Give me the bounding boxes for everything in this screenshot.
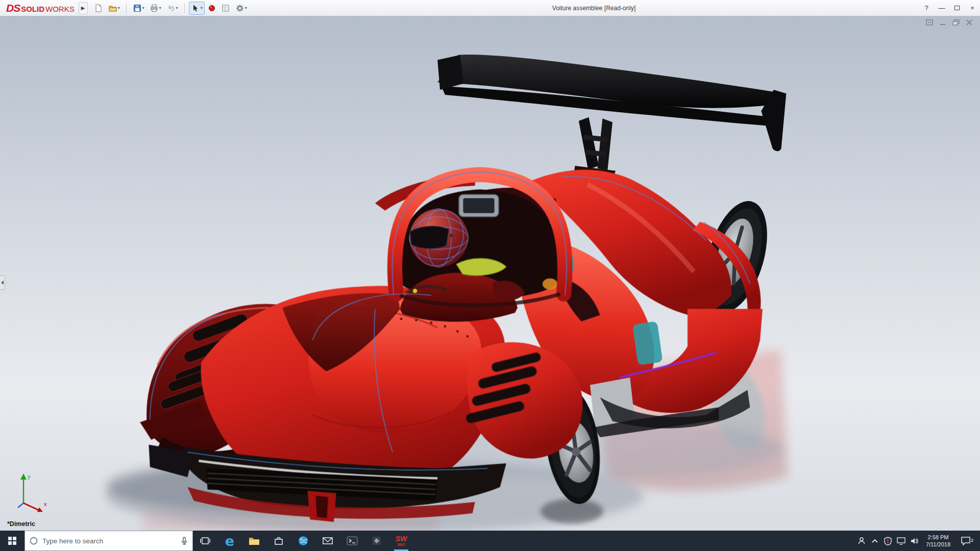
view-orientation-label: *Dimetric	[7, 520, 35, 528]
globe-icon	[298, 535, 309, 546]
y-axis-label: y	[28, 473, 31, 480]
minimize-doc-icon[interactable]	[939, 19, 946, 26]
panel-collapse-tab[interactable]	[0, 276, 5, 290]
store-bag-icon	[274, 536, 284, 546]
gear-icon	[235, 4, 244, 13]
open-document-button[interactable]: ▾	[106, 2, 122, 15]
solidworks-app-icon: SW 2017	[396, 535, 407, 546]
undo-icon	[166, 4, 176, 13]
security-tray-button[interactable]	[881, 531, 895, 551]
graphics-viewport[interactable]: *Dimetric y x	[0, 16, 980, 531]
maximize-restore-button[interactable]	[949, 0, 965, 16]
taskbar-app-dark[interactable]	[364, 531, 389, 551]
taskbar-terminal[interactable]	[340, 531, 364, 551]
window-title: Voiture assemblee [Read-only]	[552, 5, 635, 12]
taskbar-browser-globe[interactable]	[291, 531, 315, 551]
close-button[interactable]: ×	[965, 0, 980, 16]
undo-button[interactable]: ▾	[164, 2, 180, 15]
dropdown-caret-icon[interactable]: ▾	[201, 6, 203, 10]
action-center-button[interactable]: 2	[955, 536, 976, 545]
toolbar-separator	[184, 3, 185, 13]
system-tray: 2:58 PM 7/11/2018 2	[855, 531, 980, 551]
window-controls: ? — ×	[919, 0, 980, 16]
quick-access-toolbar: ▾ ▾ ▾ ▾	[92, 2, 249, 15]
printer-icon	[150, 4, 159, 13]
clock-date: 7/11/2018	[926, 541, 950, 548]
document-window-controls	[926, 19, 973, 26]
monitor-icon	[897, 537, 905, 545]
taskbar-edge[interactable]: e	[217, 531, 242, 551]
dark-app-icon	[372, 536, 382, 546]
cortana-icon	[29, 536, 38, 545]
notification-badge: 2	[971, 538, 973, 543]
people-button[interactable]	[855, 531, 868, 551]
save-button[interactable]: ▾	[131, 2, 146, 15]
select-cursor-icon	[191, 4, 200, 13]
taskbar-store[interactable]	[266, 531, 291, 551]
red-circle-button[interactable]	[206, 2, 218, 15]
z-axis-stub	[18, 503, 23, 508]
taskbar-search[interactable]	[24, 531, 193, 551]
print-button[interactable]: ▾	[148, 2, 163, 15]
y-axis-arrow	[20, 473, 27, 480]
solidworks-logo: DS SOLID WORKS	[0, 2, 79, 14]
dropdown-caret-icon[interactable]: ▾	[118, 6, 120, 10]
dropdown-caret-icon[interactable]: ▾	[245, 6, 247, 10]
search-input[interactable]	[42, 537, 176, 545]
chevron-up-icon	[871, 538, 878, 543]
dock-pane-icon[interactable]	[926, 19, 933, 26]
coordinate-triad: y x	[8, 471, 52, 517]
maximize-restore-icon	[954, 6, 960, 10]
titlebar: DS SOLID WORKS ▶ ▾ ▾	[0, 0, 980, 16]
dropdown-caret-icon[interactable]: ▾	[176, 6, 178, 10]
shield-icon	[884, 537, 892, 545]
select-tool-button[interactable]: ▾	[189, 2, 205, 15]
file-explorer-icon	[248, 536, 260, 546]
helmet-visor	[410, 226, 449, 248]
brand-works: WORKS	[45, 5, 75, 13]
start-button[interactable]	[0, 531, 24, 551]
toolbar-separator	[126, 3, 127, 13]
task-view-icon	[200, 536, 211, 546]
brand-solid: SOLID	[21, 5, 44, 13]
people-icon	[857, 536, 866, 545]
sheet-icon	[221, 4, 230, 13]
restore-doc-icon[interactable]	[952, 19, 960, 26]
open-folder-icon	[108, 4, 117, 13]
clock-time: 2:58 PM	[927, 534, 948, 541]
menu-flyout-button[interactable]: ▶	[79, 2, 88, 14]
new-document-icon	[94, 4, 103, 13]
microphone-icon[interactable]	[180, 536, 188, 545]
mail-envelope-icon	[322, 536, 333, 545]
taskbar-file-explorer[interactable]	[242, 531, 266, 551]
speaker-icon	[910, 537, 919, 545]
task-view-button[interactable]	[193, 531, 217, 551]
help-button[interactable]: ?	[919, 0, 934, 16]
red-circle-icon	[208, 4, 216, 12]
hidden-icons-button[interactable]	[868, 531, 881, 551]
terminal-icon	[347, 536, 358, 545]
dropdown-caret-icon[interactable]: ▾	[159, 6, 161, 10]
x-axis-label: x	[44, 501, 47, 507]
brand-ds: DS	[6, 2, 20, 14]
taskbar-clock[interactable]: 2:58 PM 7/11/2018	[921, 534, 955, 548]
properties-sheet-button[interactable]	[219, 2, 232, 15]
close-doc-icon[interactable]	[966, 19, 973, 26]
windows-logo-icon	[8, 537, 16, 545]
dropdown-caret-icon[interactable]: ▾	[142, 6, 144, 10]
collapse-arrow-icon	[1, 281, 4, 285]
save-floppy-icon	[133, 4, 142, 13]
edge-icon: e	[225, 534, 234, 548]
minimize-button[interactable]: —	[934, 0, 949, 16]
display-tray-button[interactable]	[895, 531, 908, 551]
taskbar-mail[interactable]	[315, 531, 340, 551]
action-center-icon	[961, 536, 971, 545]
volume-button[interactable]	[908, 531, 921, 551]
windows-taskbar: e	[0, 531, 980, 551]
wing-endplate-left	[437, 55, 463, 90]
3d-scene[interactable]	[0, 16, 980, 531]
new-document-button[interactable]	[92, 2, 105, 15]
options-button[interactable]: ▾	[233, 2, 249, 15]
taskbar-solidworks[interactable]: SW 2017	[389, 531, 413, 551]
